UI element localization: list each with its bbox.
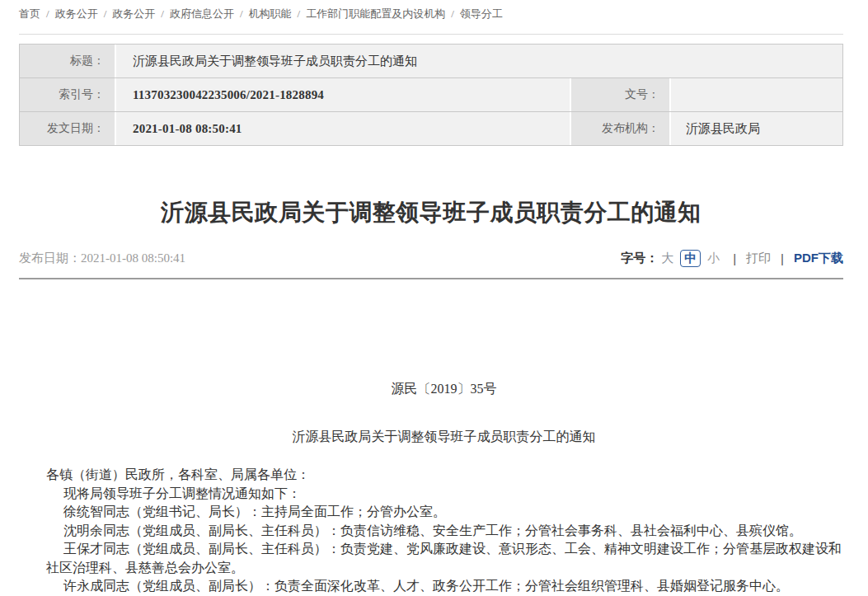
breadcrumb-separator: / [104,7,107,20]
breadcrumb: 首页/政务公开/政务公开/政府信息公开/机构职能/工作部门职能配置及内设机构/领… [19,0,843,21]
font-size-label: 字号： [621,251,658,266]
table-row-index: 索引号： 113703230042235006/2021-1828894 文号： [20,77,842,111]
breadcrumb-item-zwgk-1[interactable]: 政务公开 [55,7,98,20]
document-reference-number: 源民〔2019〕35号 [46,279,842,399]
document-title: 沂源县民政局关于调整领导班子成员职责分工的通知 [46,428,842,447]
paragraph: 沈明余同志（党组成员、副局长、主任科员）：负责信访维稳、安全生产工作；分管社会事… [46,522,842,541]
breadcrumb-separator: / [451,7,454,20]
table-row-date: 发文日期： 2021-01-08 08:50:41 发布机构： 沂源县民政局 [20,111,842,145]
print-button[interactable]: 打印 [746,251,771,266]
breadcrumb-item-info-disclosure[interactable]: 政府信息公开 [170,7,234,20]
breadcrumb-separator: / [240,7,243,20]
title-value: 沂源县民政局关于调整领导班子成员职责分工的通知 [115,45,842,77]
breadcrumb-divider [19,34,843,35]
doc-number-label: 文号： [570,78,669,111]
index-number-value: 113703230042235006/2021-1828894 [115,78,570,111]
doc-number-value [669,78,842,111]
breadcrumb-separator: / [161,7,164,20]
breadcrumb-separator: / [298,7,301,20]
table-row-title: 标题： 沂源县民政局关于调整领导班子成员职责分工的通知 [20,45,842,77]
title-label: 标题： [20,45,115,77]
article-meta-row: 发布日期：2021-01-08 08:50:41 字号： 大 中 小 | 打印 … [19,250,843,267]
font-size-small-button[interactable]: 小 [707,251,720,266]
font-size-toolbar: 字号： 大 中 小 | 打印 | PDF下载 [621,250,843,267]
breadcrumb-item-dept-config[interactable]: 工作部门职能配置及内设机构 [306,7,445,20]
font-size-medium-button[interactable]: 中 [680,250,701,267]
publish-date: 发布日期：2021-01-08 08:50:41 [19,251,185,266]
breadcrumb-item-home[interactable]: 首页 [19,7,40,20]
paragraph: 各镇（街道）民政所，各科室、局属各单位： [46,466,842,485]
document-info-table: 标题： 沂源县民政局关于调整领导班子成员职责分工的通知 索引号： 1137032… [19,44,843,146]
index-number-label: 索引号： [20,78,115,111]
publisher-label: 发布机构： [570,112,669,145]
paragraph: 王保才同志（党组成员、副局长、主任科员）：负责党建、党风廉政建设、意识形态、工会… [46,540,842,577]
breadcrumb-separator: / [46,7,49,20]
paragraph: 许永成同志（党组成员、副局长）：负责全面深化改革、人才、政务公开工作；分管社会组… [46,577,842,596]
breadcrumb-item-leader-division[interactable]: 领导分工 [460,7,503,20]
breadcrumb-item-zwgk-2[interactable]: 政务公开 [112,7,155,20]
issue-date-label: 发文日期： [20,112,115,145]
toolbar-separator: | [781,251,784,265]
pdf-download-button[interactable]: PDF下载 [794,251,843,266]
paragraph: 徐统智同志（党组书记、局长）：主持局全面工作；分管办公室。 [46,503,842,522]
page-title: 沂源县民政局关于调整领导班子成员职责分工的通知 [19,197,843,228]
page: 首页/政务公开/政务公开/政府信息公开/机构职能/工作部门职能配置及内设机构/领… [19,0,843,596]
publisher-value: 沂源县民政局 [669,112,842,145]
toolbar-separator: | [733,251,736,265]
font-size-large-button[interactable]: 大 [661,251,673,266]
paragraph: 现将局领导班子分工调整情况通知如下： [46,485,842,504]
article-body: 源民〔2019〕35号 沂源县民政局关于调整领导班子成员职责分工的通知 各镇（街… [19,279,843,596]
breadcrumb-item-functions[interactable]: 机构职能 [249,7,292,20]
issue-date-value: 2021-01-08 08:50:41 [115,112,570,145]
document-paragraphs: 各镇（街道）民政所，各科室、局属各单位： 现将局领导班子分工调整情况通知如下： … [46,466,842,596]
